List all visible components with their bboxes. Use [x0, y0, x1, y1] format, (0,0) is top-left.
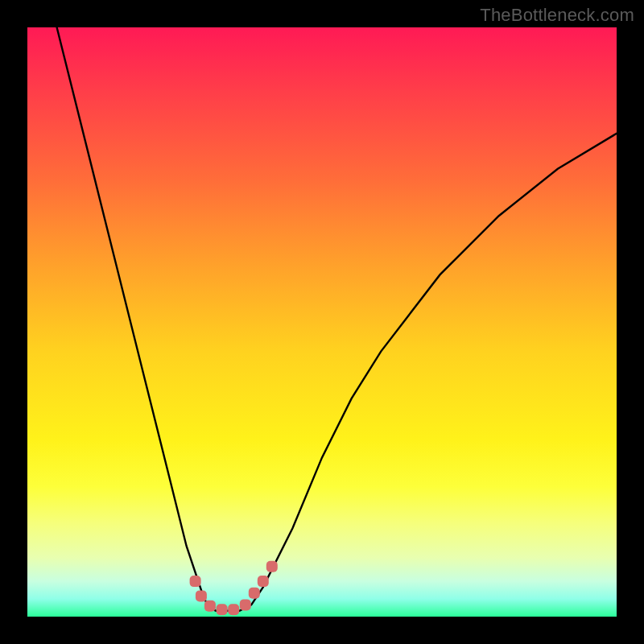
marker-point — [196, 590, 207, 601]
marker-point — [249, 588, 260, 599]
marker-point — [228, 604, 239, 615]
marker-point — [266, 561, 278, 572]
marker-point — [217, 604, 228, 615]
plot-area — [27, 27, 617, 617]
curve-markers — [190, 561, 278, 615]
watermark-text: TheBottleneck.com — [480, 5, 634, 26]
curve-layer — [27, 27, 617, 617]
marker-point — [258, 576, 269, 587]
marker-point — [204, 601, 216, 612]
marker-point — [240, 599, 251, 610]
chart-frame: TheBottleneck.com — [0, 0, 644, 644]
marker-point — [190, 576, 201, 587]
bottleneck-curve — [57, 27, 617, 611]
